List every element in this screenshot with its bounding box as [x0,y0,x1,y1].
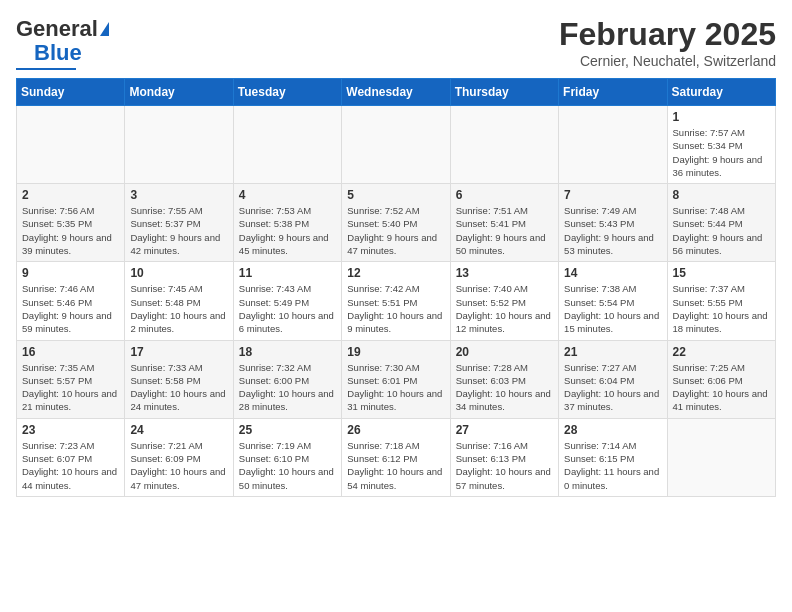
day-info: Sunrise: 7:21 AM Sunset: 6:09 PM Dayligh… [130,439,227,492]
day-info: Sunrise: 7:23 AM Sunset: 6:07 PM Dayligh… [22,439,119,492]
calendar-cell: 25Sunrise: 7:19 AM Sunset: 6:10 PM Dayli… [233,418,341,496]
weekday-header-friday: Friday [559,79,667,106]
calendar-cell [125,106,233,184]
calendar-cell: 27Sunrise: 7:16 AM Sunset: 6:13 PM Dayli… [450,418,558,496]
calendar-cell: 7Sunrise: 7:49 AM Sunset: 5:43 PM Daylig… [559,184,667,262]
day-number: 20 [456,345,553,359]
day-number: 4 [239,188,336,202]
calendar-header: SundayMondayTuesdayWednesdayThursdayFrid… [17,79,776,106]
logo-underline [16,68,76,70]
calendar-body: 1Sunrise: 7:57 AM Sunset: 5:34 PM Daylig… [17,106,776,497]
day-number: 9 [22,266,119,280]
day-info: Sunrise: 7:14 AM Sunset: 6:15 PM Dayligh… [564,439,661,492]
day-info: Sunrise: 7:30 AM Sunset: 6:01 PM Dayligh… [347,361,444,414]
calendar-cell: 9Sunrise: 7:46 AM Sunset: 5:46 PM Daylig… [17,262,125,340]
calendar-cell [233,106,341,184]
logo: General Blue [16,16,109,70]
calendar-week-row: 23Sunrise: 7:23 AM Sunset: 6:07 PM Dayli… [17,418,776,496]
calendar-cell: 22Sunrise: 7:25 AM Sunset: 6:06 PM Dayli… [667,340,775,418]
calendar-cell: 2Sunrise: 7:56 AM Sunset: 5:35 PM Daylig… [17,184,125,262]
day-number: 17 [130,345,227,359]
weekday-header-thursday: Thursday [450,79,558,106]
day-info: Sunrise: 7:45 AM Sunset: 5:48 PM Dayligh… [130,282,227,335]
calendar-cell: 28Sunrise: 7:14 AM Sunset: 6:15 PM Dayli… [559,418,667,496]
day-info: Sunrise: 7:42 AM Sunset: 5:51 PM Dayligh… [347,282,444,335]
calendar-table: SundayMondayTuesdayWednesdayThursdayFrid… [16,78,776,497]
day-number: 18 [239,345,336,359]
calendar-cell: 18Sunrise: 7:32 AM Sunset: 6:00 PM Dayli… [233,340,341,418]
calendar-cell: 13Sunrise: 7:40 AM Sunset: 5:52 PM Dayli… [450,262,558,340]
day-number: 7 [564,188,661,202]
day-info: Sunrise: 7:16 AM Sunset: 6:13 PM Dayligh… [456,439,553,492]
logo-triangle-icon [100,22,109,36]
day-number: 15 [673,266,770,280]
calendar-cell: 4Sunrise: 7:53 AM Sunset: 5:38 PM Daylig… [233,184,341,262]
calendar-week-row: 16Sunrise: 7:35 AM Sunset: 5:57 PM Dayli… [17,340,776,418]
day-info: Sunrise: 7:25 AM Sunset: 6:06 PM Dayligh… [673,361,770,414]
day-info: Sunrise: 7:28 AM Sunset: 6:03 PM Dayligh… [456,361,553,414]
day-info: Sunrise: 7:18 AM Sunset: 6:12 PM Dayligh… [347,439,444,492]
day-info: Sunrise: 7:35 AM Sunset: 5:57 PM Dayligh… [22,361,119,414]
day-info: Sunrise: 7:56 AM Sunset: 5:35 PM Dayligh… [22,204,119,257]
calendar-cell: 5Sunrise: 7:52 AM Sunset: 5:40 PM Daylig… [342,184,450,262]
calendar-cell: 17Sunrise: 7:33 AM Sunset: 5:58 PM Dayli… [125,340,233,418]
calendar-cell [450,106,558,184]
day-number: 1 [673,110,770,124]
day-info: Sunrise: 7:38 AM Sunset: 5:54 PM Dayligh… [564,282,661,335]
day-info: Sunrise: 7:33 AM Sunset: 5:58 PM Dayligh… [130,361,227,414]
page-header: General Blue February 2025 Cernier, Neuc… [16,16,776,70]
day-info: Sunrise: 7:43 AM Sunset: 5:49 PM Dayligh… [239,282,336,335]
day-number: 3 [130,188,227,202]
day-info: Sunrise: 7:48 AM Sunset: 5:44 PM Dayligh… [673,204,770,257]
day-info: Sunrise: 7:32 AM Sunset: 6:00 PM Dayligh… [239,361,336,414]
calendar-cell [342,106,450,184]
day-info: Sunrise: 7:37 AM Sunset: 5:55 PM Dayligh… [673,282,770,335]
day-number: 12 [347,266,444,280]
calendar-cell: 10Sunrise: 7:45 AM Sunset: 5:48 PM Dayli… [125,262,233,340]
logo-general-text: General [16,16,98,42]
day-info: Sunrise: 7:49 AM Sunset: 5:43 PM Dayligh… [564,204,661,257]
subtitle: Cernier, Neuchatel, Switzerland [559,53,776,69]
day-info: Sunrise: 7:46 AM Sunset: 5:46 PM Dayligh… [22,282,119,335]
day-info: Sunrise: 7:52 AM Sunset: 5:40 PM Dayligh… [347,204,444,257]
day-number: 10 [130,266,227,280]
weekday-header-monday: Monday [125,79,233,106]
day-number: 11 [239,266,336,280]
logo-blue-text: Blue [34,40,82,66]
day-number: 8 [673,188,770,202]
calendar-cell: 1Sunrise: 7:57 AM Sunset: 5:34 PM Daylig… [667,106,775,184]
day-info: Sunrise: 7:19 AM Sunset: 6:10 PM Dayligh… [239,439,336,492]
day-number: 6 [456,188,553,202]
day-number: 22 [673,345,770,359]
weekday-header-sunday: Sunday [17,79,125,106]
main-title: February 2025 [559,16,776,53]
calendar-cell: 8Sunrise: 7:48 AM Sunset: 5:44 PM Daylig… [667,184,775,262]
calendar-cell: 12Sunrise: 7:42 AM Sunset: 5:51 PM Dayli… [342,262,450,340]
day-number: 13 [456,266,553,280]
day-number: 14 [564,266,661,280]
day-number: 2 [22,188,119,202]
weekday-header-tuesday: Tuesday [233,79,341,106]
calendar-week-row: 1Sunrise: 7:57 AM Sunset: 5:34 PM Daylig… [17,106,776,184]
day-number: 25 [239,423,336,437]
weekday-header-wednesday: Wednesday [342,79,450,106]
day-number: 23 [22,423,119,437]
day-info: Sunrise: 7:57 AM Sunset: 5:34 PM Dayligh… [673,126,770,179]
calendar-cell: 26Sunrise: 7:18 AM Sunset: 6:12 PM Dayli… [342,418,450,496]
calendar-cell [17,106,125,184]
calendar-cell [667,418,775,496]
calendar-cell: 23Sunrise: 7:23 AM Sunset: 6:07 PM Dayli… [17,418,125,496]
calendar-week-row: 2Sunrise: 7:56 AM Sunset: 5:35 PM Daylig… [17,184,776,262]
day-info: Sunrise: 7:27 AM Sunset: 6:04 PM Dayligh… [564,361,661,414]
day-number: 27 [456,423,553,437]
day-number: 19 [347,345,444,359]
day-number: 16 [22,345,119,359]
day-info: Sunrise: 7:51 AM Sunset: 5:41 PM Dayligh… [456,204,553,257]
calendar-cell [559,106,667,184]
day-number: 28 [564,423,661,437]
day-number: 24 [130,423,227,437]
weekday-header-row: SundayMondayTuesdayWednesdayThursdayFrid… [17,79,776,106]
calendar-cell: 6Sunrise: 7:51 AM Sunset: 5:41 PM Daylig… [450,184,558,262]
calendar-cell: 20Sunrise: 7:28 AM Sunset: 6:03 PM Dayli… [450,340,558,418]
day-info: Sunrise: 7:40 AM Sunset: 5:52 PM Dayligh… [456,282,553,335]
